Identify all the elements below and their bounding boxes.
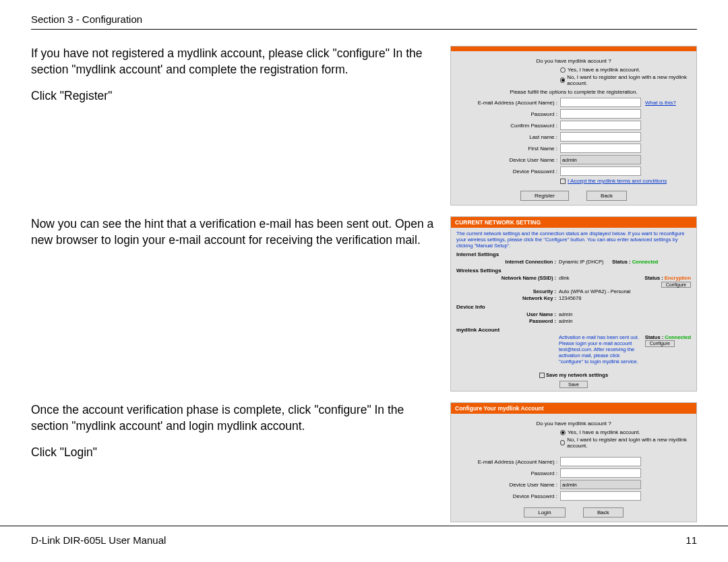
last-label: Last name : (458, 134, 560, 140)
ss3-password-input[interactable] (560, 468, 641, 478)
back-button[interactable]: Back (586, 191, 627, 201)
save-checkbox[interactable] (539, 373, 545, 378)
pass-label: Password : (456, 318, 559, 324)
devuser-input: admin (560, 155, 641, 164)
register-button[interactable]: Register (520, 191, 569, 201)
terms-row[interactable]: I Accept the mydlink terms and condition… (560, 178, 690, 184)
ss3-email-label: E-mail Address (Account Name) : (458, 459, 560, 465)
key-label: Network Key : (456, 295, 559, 301)
password-label: Password : (458, 111, 560, 117)
para-2a: Now you can see the hint that a verifica… (31, 216, 437, 248)
device-h: Device Info (456, 304, 691, 310)
user-label: User Name : (456, 311, 559, 317)
configure-button[interactable]: Configure (661, 282, 691, 288)
activation-msg: Activation e-mail has been sent out. Ple… (559, 334, 641, 365)
devpass-input[interactable] (560, 166, 641, 176)
status-connected: Connected (632, 259, 659, 265)
ss3-devpass-input[interactable] (560, 491, 641, 501)
para-1a: If you have not registered a mydlink acc… (31, 46, 437, 77)
internet-conn-val: Dynamic IP (DHCP) (559, 259, 604, 265)
wireless-h: Wireless Settings (456, 268, 691, 274)
login-button[interactable]: Login (524, 507, 566, 518)
devuser-label: Device User Name : (458, 157, 560, 163)
email-label: E-mail Address (Account Name) : (458, 100, 560, 106)
ss3-question: Do you have mydlink account ? (458, 420, 690, 427)
mydlink-h: mydlink Account (456, 327, 691, 333)
ss2-title: CURRENT NETWORK SETTING (451, 217, 696, 228)
security-val: Auto (WPA or WPA2) - Personal (559, 288, 691, 294)
screenshot-network-setting: CURRENT NETWORK SETTING The current netw… (450, 216, 697, 392)
ss3-devuser-input: admin (560, 480, 641, 489)
user-val: admin (559, 311, 691, 317)
first-label: First Name : (458, 146, 560, 152)
devpass-label: Device Passowrd : (458, 168, 560, 175)
para-3a: Once the account verification phase is c… (31, 402, 437, 434)
section-header: Section 3 - Configuration (31, 13, 697, 30)
email-input[interactable] (560, 98, 641, 107)
footer-page-number: 11 (686, 534, 697, 546)
key-val: 12345678 (559, 295, 691, 301)
para-1b: Click "Register" (31, 88, 437, 104)
last-input[interactable] (560, 132, 641, 142)
back-button-2[interactable]: Back (583, 507, 624, 518)
ssid-val: dlink (559, 275, 569, 281)
security-label: Security : (456, 288, 559, 294)
what-is-this-link[interactable]: What is this? (645, 100, 676, 106)
body-text-1: If you have not registered a mydlink acc… (31, 46, 437, 115)
ss3-radio-no-label: No, I want to register and login with a … (567, 437, 690, 449)
save-button[interactable]: Save (559, 381, 588, 388)
status-encryption: Encryption (665, 275, 691, 281)
ss3-radio-yes-label: Yes, I have a mydlink account. (568, 429, 640, 435)
body-text-2: Now you can see the hint that a verifica… (31, 216, 437, 259)
confirm-input[interactable] (560, 121, 641, 130)
save-label: Save my network settings (546, 372, 608, 378)
status-connected-2: Connected (665, 334, 691, 340)
fulfill-text: Please fulfill the options to complete t… (458, 89, 690, 95)
para-3b: Click "Login" (31, 445, 437, 461)
question-text: Do you have mydlink account ? (458, 58, 690, 64)
ss3-radio-yes[interactable]: Yes, I have a mydlink account. (560, 429, 690, 435)
internet-conn-label: Internet Connection : (456, 259, 559, 265)
pass-val: admin (559, 318, 691, 324)
body-text-3: Once the account verification phase is c… (31, 402, 437, 472)
ss3-radio-no[interactable]: No, I want to register and login with a … (560, 437, 690, 449)
ss3-devpass-label: Device Passowrd : (458, 493, 560, 499)
ss2-desc: The current network settings and the con… (456, 230, 691, 249)
status-label: Status : (612, 259, 631, 265)
first-input[interactable] (560, 144, 641, 153)
ss3-password-label: Password : (458, 470, 560, 476)
screenshot-register-form: Do you have mydlink account ? Yes, I hav… (450, 46, 697, 206)
ssid-label: Network Name (SSID) : (456, 275, 559, 281)
ss3-title: Configure Your mydlink Account (451, 403, 696, 414)
confirm-label: Confirm Password : (458, 123, 560, 129)
status-label-2: Status : (644, 275, 663, 281)
status-label-3: Status : (645, 334, 664, 340)
password-input[interactable] (560, 109, 641, 119)
ss3-email-input[interactable] (560, 457, 641, 466)
radio-yes-label: Yes, I have a mydlink account. (568, 67, 640, 73)
footer-manual: D-Link DIR-605L User Manual (31, 534, 166, 546)
terms-link[interactable]: I Accept the mydlink terms and condition… (568, 178, 667, 184)
radio-no[interactable]: No, I want to register and login with a … (560, 74, 690, 86)
radio-no-label: No, I want to register and login with a … (567, 74, 690, 86)
internet-h: Internet Settings (456, 251, 691, 257)
screenshot-login-form: Configure Your mydlink Account Do you ha… (450, 402, 697, 522)
configure-button-2[interactable]: Configure (645, 340, 675, 347)
ss3-devuser-label: Device User Name : (458, 482, 560, 488)
radio-yes[interactable]: Yes, I have a mydlink account. (560, 67, 690, 73)
